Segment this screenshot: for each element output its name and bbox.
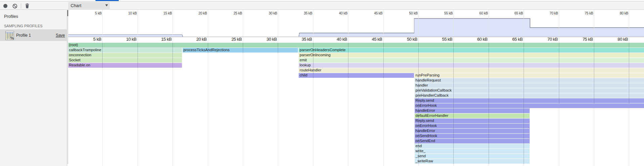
svg-text:%: % bbox=[10, 36, 14, 40]
